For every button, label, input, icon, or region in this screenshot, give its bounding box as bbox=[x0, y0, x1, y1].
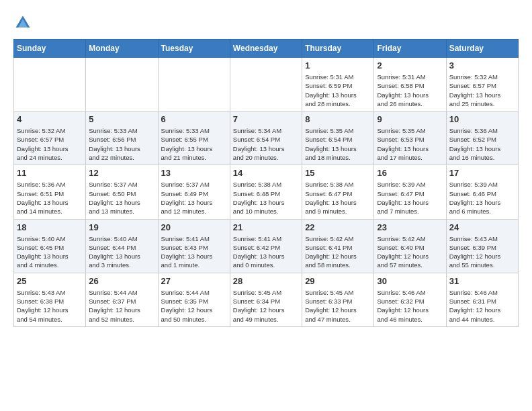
day-info: Sunrise: 5:42 AM Sunset: 6:41 PM Dayligh… bbox=[305, 234, 371, 270]
week-row-5: 25Sunrise: 5:43 AM Sunset: 6:38 PM Dayli… bbox=[14, 273, 519, 326]
day-number: 31 bbox=[449, 276, 515, 286]
page-header bbox=[13, 13, 519, 32]
day-info: Sunrise: 5:41 AM Sunset: 6:42 PM Dayligh… bbox=[233, 234, 299, 270]
day-info: Sunrise: 5:44 AM Sunset: 6:35 PM Dayligh… bbox=[161, 288, 227, 324]
day-cell: 30Sunrise: 5:46 AM Sunset: 6:32 PM Dayli… bbox=[374, 273, 446, 326]
day-cell: 1Sunrise: 5:31 AM Sunset: 6:59 PM Daylig… bbox=[302, 58, 374, 111]
day-info: Sunrise: 5:33 AM Sunset: 6:55 PM Dayligh… bbox=[161, 126, 227, 162]
day-info: Sunrise: 5:36 AM Sunset: 6:51 PM Dayligh… bbox=[17, 180, 83, 216]
week-row-3: 11Sunrise: 5:36 AM Sunset: 6:51 PM Dayli… bbox=[14, 165, 519, 219]
day-number: 6 bbox=[161, 114, 227, 124]
col-header-wednesday: Wednesday bbox=[230, 40, 302, 58]
day-cell: 28Sunrise: 5:45 AM Sunset: 6:34 PM Dayli… bbox=[230, 273, 302, 326]
day-cell: 26Sunrise: 5:44 AM Sunset: 6:37 PM Dayli… bbox=[86, 273, 158, 326]
day-info: Sunrise: 5:35 AM Sunset: 6:54 PM Dayligh… bbox=[305, 126, 371, 162]
day-number: 14 bbox=[233, 168, 299, 178]
day-cell: 13Sunrise: 5:37 AM Sunset: 6:49 PM Dayli… bbox=[158, 165, 230, 219]
day-cell bbox=[230, 58, 302, 111]
day-number: 25 bbox=[17, 276, 83, 286]
day-cell: 25Sunrise: 5:43 AM Sunset: 6:38 PM Dayli… bbox=[14, 273, 86, 326]
day-info: Sunrise: 5:33 AM Sunset: 6:56 PM Dayligh… bbox=[89, 126, 154, 162]
day-cell: 18Sunrise: 5:40 AM Sunset: 6:45 PM Dayli… bbox=[14, 219, 86, 273]
day-cell bbox=[86, 58, 158, 111]
day-cell: 31Sunrise: 5:46 AM Sunset: 6:31 PM Dayli… bbox=[446, 273, 518, 326]
day-number: 29 bbox=[305, 276, 371, 286]
day-info: Sunrise: 5:46 AM Sunset: 6:32 PM Dayligh… bbox=[377, 288, 443, 324]
day-cell: 5Sunrise: 5:33 AM Sunset: 6:56 PM Daylig… bbox=[86, 111, 158, 165]
day-cell: 23Sunrise: 5:42 AM Sunset: 6:40 PM Dayli… bbox=[374, 219, 446, 273]
col-header-sunday: Sunday bbox=[14, 40, 86, 58]
day-number: 11 bbox=[17, 168, 83, 178]
week-row-2: 4Sunrise: 5:32 AM Sunset: 6:57 PM Daylig… bbox=[14, 111, 519, 165]
day-cell: 27Sunrise: 5:44 AM Sunset: 6:35 PM Dayli… bbox=[158, 273, 230, 326]
day-number: 10 bbox=[449, 114, 515, 124]
day-number: 28 bbox=[233, 276, 299, 286]
day-info: Sunrise: 5:37 AM Sunset: 6:50 PM Dayligh… bbox=[89, 180, 154, 216]
day-info: Sunrise: 5:46 AM Sunset: 6:31 PM Dayligh… bbox=[449, 288, 515, 324]
day-cell: 2Sunrise: 5:31 AM Sunset: 6:58 PM Daylig… bbox=[374, 58, 446, 111]
day-info: Sunrise: 5:39 AM Sunset: 6:46 PM Dayligh… bbox=[449, 180, 515, 216]
day-number: 19 bbox=[89, 222, 154, 232]
day-number: 1 bbox=[305, 60, 371, 71]
day-info: Sunrise: 5:40 AM Sunset: 6:45 PM Dayligh… bbox=[17, 234, 83, 270]
day-info: Sunrise: 5:36 AM Sunset: 6:52 PM Dayligh… bbox=[449, 126, 515, 162]
day-cell: 29Sunrise: 5:45 AM Sunset: 6:33 PM Dayli… bbox=[302, 273, 374, 326]
day-info: Sunrise: 5:39 AM Sunset: 6:47 PM Dayligh… bbox=[377, 180, 443, 216]
day-info: Sunrise: 5:42 AM Sunset: 6:40 PM Dayligh… bbox=[377, 234, 443, 270]
day-number: 9 bbox=[377, 114, 443, 124]
day-number: 22 bbox=[305, 222, 371, 232]
day-cell: 11Sunrise: 5:36 AM Sunset: 6:51 PM Dayli… bbox=[14, 165, 86, 219]
day-cell: 6Sunrise: 5:33 AM Sunset: 6:55 PM Daylig… bbox=[158, 111, 230, 165]
day-cell: 16Sunrise: 5:39 AM Sunset: 6:47 PM Dayli… bbox=[374, 165, 446, 219]
day-info: Sunrise: 5:35 AM Sunset: 6:53 PM Dayligh… bbox=[377, 126, 443, 162]
day-info: Sunrise: 5:37 AM Sunset: 6:49 PM Dayligh… bbox=[161, 180, 227, 216]
day-cell: 9Sunrise: 5:35 AM Sunset: 6:53 PM Daylig… bbox=[374, 111, 446, 165]
day-info: Sunrise: 5:40 AM Sunset: 6:44 PM Dayligh… bbox=[89, 234, 154, 270]
day-cell: 14Sunrise: 5:38 AM Sunset: 6:48 PM Dayli… bbox=[230, 165, 302, 219]
day-cell: 3Sunrise: 5:32 AM Sunset: 6:57 PM Daylig… bbox=[446, 58, 518, 111]
day-number: 17 bbox=[449, 168, 515, 178]
day-number: 16 bbox=[377, 168, 443, 178]
day-number: 4 bbox=[17, 114, 83, 124]
day-number: 5 bbox=[89, 114, 154, 124]
day-cell bbox=[158, 58, 230, 111]
day-cell bbox=[14, 58, 86, 111]
day-info: Sunrise: 5:45 AM Sunset: 6:33 PM Dayligh… bbox=[305, 288, 371, 324]
day-cell: 8Sunrise: 5:35 AM Sunset: 6:54 PM Daylig… bbox=[302, 111, 374, 165]
logo-icon bbox=[13, 13, 32, 32]
day-info: Sunrise: 5:34 AM Sunset: 6:54 PM Dayligh… bbox=[233, 126, 299, 162]
day-number: 26 bbox=[89, 276, 154, 286]
day-cell: 19Sunrise: 5:40 AM Sunset: 6:44 PM Dayli… bbox=[86, 219, 158, 273]
day-number: 21 bbox=[233, 222, 299, 232]
day-cell: 15Sunrise: 5:38 AM Sunset: 6:47 PM Dayli… bbox=[302, 165, 374, 219]
col-header-friday: Friday bbox=[374, 40, 446, 58]
header-row: SundayMondayTuesdayWednesdayThursdayFrid… bbox=[14, 40, 519, 58]
col-header-thursday: Thursday bbox=[302, 40, 374, 58]
day-number: 13 bbox=[161, 168, 227, 178]
week-row-1: 1Sunrise: 5:31 AM Sunset: 6:59 PM Daylig… bbox=[14, 58, 519, 111]
week-row-4: 18Sunrise: 5:40 AM Sunset: 6:45 PM Dayli… bbox=[14, 219, 519, 273]
day-number: 8 bbox=[305, 114, 371, 124]
day-cell: 22Sunrise: 5:42 AM Sunset: 6:41 PM Dayli… bbox=[302, 219, 374, 273]
day-cell: 7Sunrise: 5:34 AM Sunset: 6:54 PM Daylig… bbox=[230, 111, 302, 165]
logo bbox=[13, 13, 35, 32]
col-header-monday: Monday bbox=[86, 40, 158, 58]
day-info: Sunrise: 5:44 AM Sunset: 6:37 PM Dayligh… bbox=[89, 288, 154, 324]
day-info: Sunrise: 5:41 AM Sunset: 6:43 PM Dayligh… bbox=[161, 234, 227, 270]
day-cell: 21Sunrise: 5:41 AM Sunset: 6:42 PM Dayli… bbox=[230, 219, 302, 273]
day-info: Sunrise: 5:38 AM Sunset: 6:48 PM Dayligh… bbox=[233, 180, 299, 216]
day-info: Sunrise: 5:45 AM Sunset: 6:34 PM Dayligh… bbox=[233, 288, 299, 324]
day-number: 27 bbox=[161, 276, 227, 286]
day-number: 30 bbox=[377, 276, 443, 286]
day-number: 23 bbox=[377, 222, 443, 232]
day-info: Sunrise: 5:31 AM Sunset: 6:58 PM Dayligh… bbox=[377, 73, 443, 108]
day-info: Sunrise: 5:31 AM Sunset: 6:59 PM Dayligh… bbox=[305, 73, 371, 108]
day-info: Sunrise: 5:32 AM Sunset: 6:57 PM Dayligh… bbox=[17, 126, 83, 162]
col-header-saturday: Saturday bbox=[446, 40, 518, 58]
calendar-table: SundayMondayTuesdayWednesdayThursdayFrid… bbox=[13, 39, 519, 327]
day-cell: 10Sunrise: 5:36 AM Sunset: 6:52 PM Dayli… bbox=[446, 111, 518, 165]
day-number: 12 bbox=[89, 168, 154, 178]
day-info: Sunrise: 5:43 AM Sunset: 6:38 PM Dayligh… bbox=[17, 288, 83, 324]
day-number: 24 bbox=[449, 222, 515, 232]
day-number: 7 bbox=[233, 114, 299, 124]
